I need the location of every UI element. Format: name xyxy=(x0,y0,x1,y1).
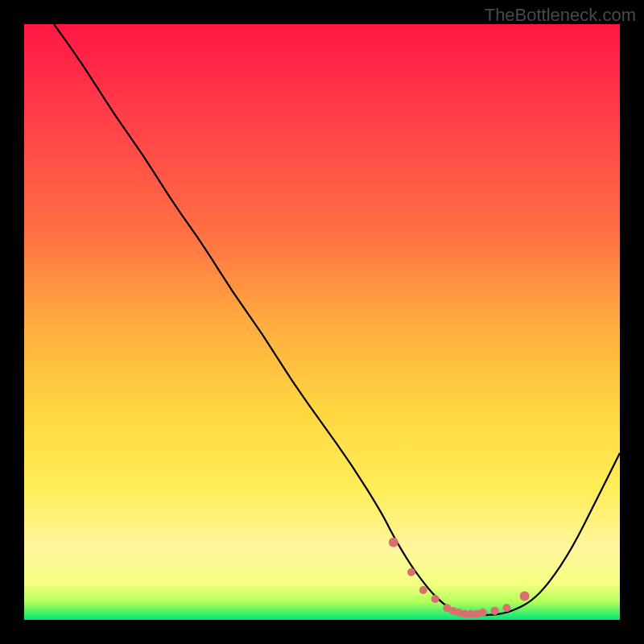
marker-point xyxy=(520,591,530,601)
watermark-text: TheBottleneck.com xyxy=(485,5,636,26)
marker-point xyxy=(502,604,510,612)
curve-overlay xyxy=(24,24,620,620)
marker-point xyxy=(419,586,427,594)
marker-point xyxy=(479,609,487,617)
marker-group xyxy=(389,538,530,618)
marker-point xyxy=(407,568,415,576)
marker-point xyxy=(491,607,499,615)
marker-point xyxy=(431,595,440,603)
marker-point xyxy=(389,538,398,547)
bottleneck-curve-path xyxy=(54,24,620,615)
chart-container xyxy=(24,24,620,620)
